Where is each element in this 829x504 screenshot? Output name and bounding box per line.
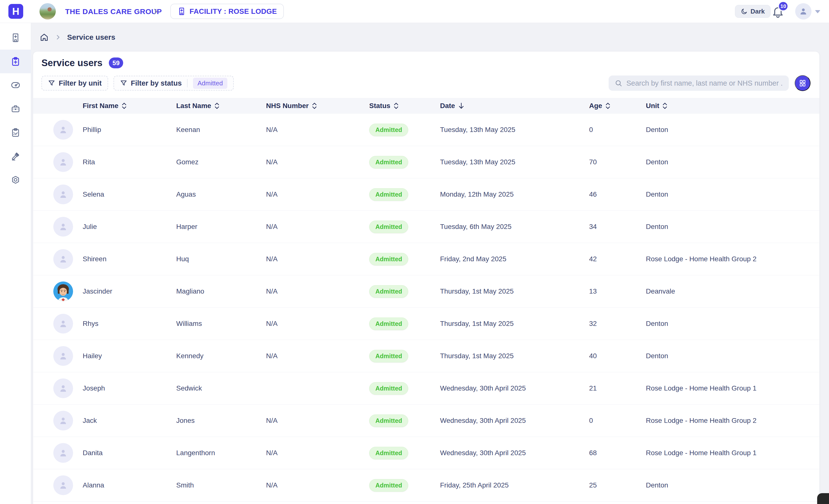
row-avatar [53, 443, 73, 463]
cell-first-name: Joseph [83, 384, 176, 392]
table-row[interactable]: Selena Aguas N/A Admitted Monday, 12th M… [33, 178, 819, 211]
cell-last-name: Harper [176, 223, 266, 231]
cell-unit: Denton [646, 223, 819, 231]
page-title: Service users [41, 58, 102, 68]
user-menu-avatar[interactable] [795, 3, 812, 20]
filter-by-status-button[interactable]: Filter by status Admitted [113, 76, 234, 90]
cell-avatar [33, 249, 83, 269]
cell-nhs-number: N/A [266, 287, 369, 295]
table-row[interactable]: Danita Langenthorn N/A Admitted Wednesda… [33, 437, 819, 469]
status-badge: Admitted [369, 382, 408, 395]
filter-status-value-chip[interactable]: Admitted [193, 78, 227, 89]
cell-status: Admitted [369, 382, 440, 395]
cell-age: 68 [589, 449, 646, 457]
header-first-name[interactable]: First Name [83, 102, 176, 110]
sort-both-icon[interactable] [312, 102, 317, 110]
table-row[interactable]: Hailey Kennedy N/A Admitted Thursday, 1s… [33, 340, 819, 372]
cell-unit: Denton [646, 481, 819, 489]
sort-both-icon[interactable] [121, 102, 127, 110]
grid-view-button[interactable] [795, 75, 810, 91]
breadcrumb-current[interactable]: Service users [67, 33, 115, 41]
header-age[interactable]: Age [589, 102, 646, 110]
cell-unit: Denton [646, 126, 819, 134]
sidebar-item-settings[interactable] [0, 168, 31, 192]
row-avatar [53, 152, 73, 172]
row-avatar [53, 120, 73, 140]
cell-age: 0 [589, 417, 646, 425]
grid-icon [799, 79, 806, 87]
sidebar-item-service-users[interactable] [0, 49, 31, 73]
cell-age: 21 [589, 384, 646, 392]
sidebar-item-assessments[interactable] [0, 121, 31, 144]
cell-status: Admitted [369, 156, 440, 168]
person-placeholder-icon [58, 448, 68, 458]
row-avatar [53, 281, 73, 301]
cell-status: Admitted [369, 317, 440, 330]
cell-first-name: Julie [83, 223, 176, 231]
table-row[interactable]: Joseph Sedwick Admitted Wednesday, 30th … [33, 372, 819, 404]
table-row[interactable]: Rita Gomez N/A Admitted Tuesday, 13th Ma… [33, 146, 819, 178]
cell-first-name: Hailey [83, 352, 176, 360]
table-row[interactable]: Alanna Smith N/A Admitted Friday, 25th A… [33, 469, 819, 502]
person-placeholder-icon [58, 416, 68, 426]
sidebar-item-compliance[interactable] [0, 144, 31, 168]
org-avatar-photo[interactable] [39, 3, 56, 20]
app-logo[interactable]: H [8, 4, 23, 19]
filter-by-unit-button[interactable]: Filter by unit [41, 76, 108, 90]
sort-both-icon[interactable] [393, 102, 399, 110]
corner-widget[interactable] [817, 493, 829, 504]
row-avatar [53, 185, 73, 204]
sort-both-icon[interactable] [662, 102, 668, 110]
building-icon [10, 33, 21, 43]
sidebar-item-insights[interactable] [0, 73, 31, 97]
row-avatar [53, 314, 73, 334]
search-input[interactable] [626, 79, 783, 87]
cell-last-name: Gomez [176, 158, 266, 166]
cell-nhs-number: N/A [266, 126, 369, 134]
header-unit[interactable]: Unit [646, 102, 819, 110]
header-last-name[interactable]: Last Name [176, 102, 266, 110]
cell-avatar [33, 217, 83, 237]
table-row[interactable]: Shireen Huq N/A Admitted Friday, 2nd May… [33, 243, 819, 275]
service-users-table: First Name Last Name NHS Number Status D… [33, 98, 819, 504]
header-label: Last Name [176, 102, 211, 110]
table-row[interactable]: Julie Harper N/A Admitted Tuesday, 6th M… [33, 211, 819, 243]
cell-status: Admitted [369, 350, 440, 362]
facility-label: FACILITY : ROSE LODGE [189, 7, 277, 15]
person-placeholder-icon [58, 222, 68, 232]
person-placeholder-icon [58, 351, 68, 361]
cell-avatar [33, 379, 83, 398]
sort-both-icon[interactable] [214, 102, 220, 110]
status-badge: Admitted [369, 350, 408, 362]
cell-date: Thursday, 1st May 2025 [440, 287, 589, 295]
sort-both-icon[interactable] [605, 102, 611, 110]
person-placeholder-icon [58, 254, 68, 264]
sidebar-item-facility[interactable] [0, 26, 31, 49]
cell-first-name: Jascinder [83, 287, 176, 295]
sort-desc-icon[interactable] [458, 102, 465, 110]
facility-selector-button[interactable]: FACILITY : ROSE LODGE [170, 4, 284, 19]
home-icon[interactable] [39, 33, 49, 42]
sidebar-item-organisation[interactable] [0, 97, 31, 121]
table-row[interactable]: Jascinder Magliano N/A Admitted Thursday… [33, 275, 819, 308]
theme-toggle-label: Dark [751, 8, 765, 15]
cell-date: Tuesday, 13th May 2025 [440, 126, 589, 134]
cell-date: Thursday, 1st May 2025 [440, 352, 589, 360]
table-row[interactable]: Jack Jones N/A Admitted Wednesday, 30th … [33, 404, 819, 437]
table-row[interactable]: Phillip Keenan N/A Admitted Tuesday, 13t… [33, 114, 819, 146]
cell-first-name: Rhys [83, 320, 176, 327]
header-date[interactable]: Date [440, 102, 589, 110]
cell-date: Thursday, 1st May 2025 [440, 320, 589, 327]
theme-toggle-button[interactable]: Dark [735, 5, 770, 18]
row-avatar [53, 217, 73, 237]
header-nhs-number[interactable]: NHS Number [266, 102, 369, 110]
person-placeholder-icon [58, 157, 68, 167]
header-status[interactable]: Status [369, 102, 440, 110]
chevron-down-icon[interactable] [815, 10, 820, 13]
cell-nhs-number: N/A [266, 320, 369, 327]
cell-unit: Rose Lodge - Home Health Group 2 [646, 255, 819, 263]
org-name[interactable]: THE DALES CARE GROUP [65, 0, 162, 23]
table-row[interactable]: Rhys Williams N/A Admitted Thursday, 1st… [33, 308, 819, 340]
cell-date: Friday, 2nd May 2025 [440, 255, 589, 263]
cell-date: Tuesday, 13th May 2025 [440, 158, 589, 166]
